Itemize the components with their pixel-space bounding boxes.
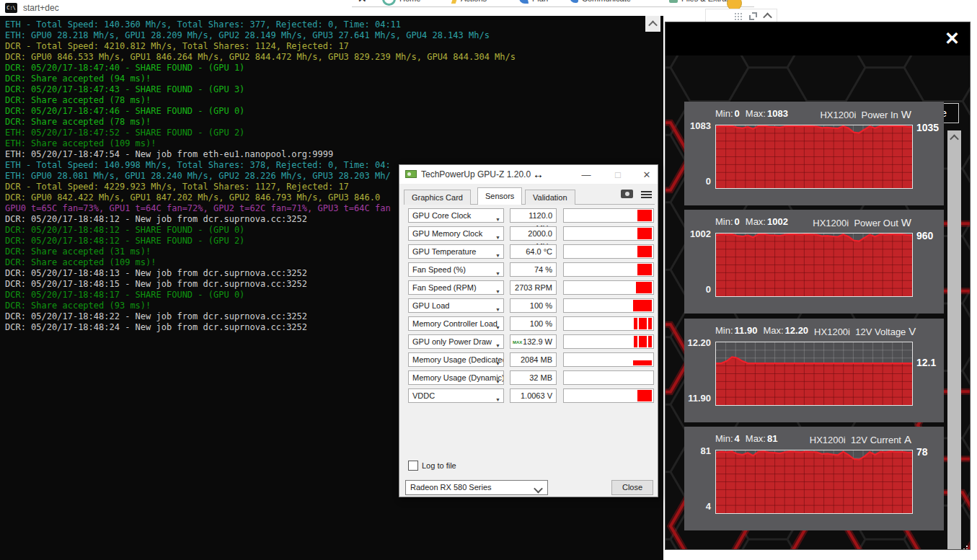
console-scroll-up-button[interactable] — [645, 16, 660, 32]
y-axis-min: 4 — [684, 501, 711, 512]
console-line: DCR - Total Speed: 4210.812 Mh/s, Total … — [5, 41, 516, 52]
resize-grip[interactable] — [966, 546, 968, 547]
console-line: ETH - Total Speed: 140.360 Mh/s, Total S… — [5, 19, 516, 30]
y-axis-max: 12.20 — [684, 337, 711, 348]
toolbar-item[interactable]: Plan — [519, 0, 548, 6]
gpuz-log-label: Log to file — [422, 461, 456, 470]
close-button[interactable]: ✕ — [642, 169, 652, 180]
sensor-row: Memory Usage (Dedicated)▼2084 MB — [407, 352, 655, 367]
gpuz-log-to-file[interactable]: Log to file — [408, 461, 456, 471]
psu-graph-card: Min:0Max:1083 HX1200i Power InW 1083 0 1… — [684, 102, 944, 205]
history-bar — [634, 336, 637, 347]
sensor-row: VDDC▼1.0063 V — [407, 388, 655, 403]
history-bar — [637, 264, 652, 275]
actions-icon — [451, 0, 459, 4]
console-line: ETH: Share accepted (109 ms)! — [5, 138, 516, 149]
chevron-up-icon[interactable] — [950, 135, 959, 144]
sensor-select[interactable]: Memory Usage (Dedicated)▼ — [408, 352, 504, 367]
sensor-row: Memory Controller Load▼100 % — [407, 316, 655, 331]
cmd-icon: C:\ — [5, 3, 17, 13]
close-icon[interactable]: ✕ — [945, 28, 960, 48]
sensor-history-graph — [563, 388, 654, 403]
maximize-button[interactable]: □ — [613, 169, 623, 180]
sensor-value: 132.9 WMAX — [510, 334, 557, 349]
sensor-value: 64.0 °C — [510, 244, 557, 259]
sensor-history-graph — [563, 226, 654, 241]
checkbox-icon[interactable] — [408, 461, 418, 471]
sensor-list: GPU Core Clock▼1120.0 MHzGPU Memory Cloc… — [407, 208, 655, 406]
scrollbar[interactable] — [947, 130, 961, 549]
y-axis-max: 81 — [684, 445, 711, 456]
y-axis-min: 0 — [684, 284, 711, 295]
tab-validation[interactable]: Validation — [525, 190, 575, 205]
console-line: ETH: GPU0 28.218 Mh/s, GPU1 28.209 Mh/s,… — [5, 30, 516, 41]
current-value: 1035 — [916, 122, 939, 133]
tab-sensors[interactable]: Sensors — [477, 187, 522, 205]
history-bar — [637, 390, 652, 401]
console-line: DCR: Share accepted (78 ms)! — [5, 95, 516, 106]
camera-icon[interactable] — [621, 190, 633, 198]
max-tag: MAX — [513, 336, 522, 349]
tab-graphics-card[interactable]: Graphics Card — [404, 190, 471, 205]
sensor-value: 2084 MB — [510, 352, 557, 367]
gpuz-close-button[interactable]: Close — [611, 480, 653, 495]
home-icon — [382, 0, 396, 6]
graph-header: Min:0Max:1083 HX1200i Power InW — [715, 108, 911, 120]
chevron-up-icon[interactable] — [763, 13, 772, 22]
gpu-select-dropdown[interactable]: Radeon RX 580 Series — [405, 480, 548, 495]
sensor-select[interactable]: GPU only Power Draw▼ — [408, 334, 504, 349]
sensor-select[interactable]: Memory Usage (Dynamic)▼ — [408, 370, 504, 385]
grid-icon[interactable] — [735, 13, 736, 14]
sensor-value: 2703 RPM — [510, 280, 557, 295]
toolbar-item[interactable]: Files & Extras — [669, 0, 730, 6]
expand-icon[interactable] — [749, 12, 757, 20]
toolbar-item[interactable]: Home — [382, 0, 420, 6]
y-axis-max: 1002 — [684, 228, 711, 239]
corsair-titlebar[interactable]: ✕ — [666, 22, 970, 56]
gpuz-titlebar[interactable]: TechPowerUp GPU-Z 1.20.0 ↔ — □ ✕ — [399, 165, 658, 184]
console-line: DCR: Share accepted (78 ms)! — [5, 117, 516, 128]
plan-icon — [519, 0, 529, 4]
sensor-select[interactable]: GPU Core Clock▼ — [408, 208, 504, 223]
toolbar-item[interactable]: Communicate — [570, 0, 631, 6]
graph-header: Min:4Max:81 HX1200i 12V CurrentA — [715, 433, 911, 445]
sensor-history-graph — [563, 280, 654, 295]
gpuz-window: TechPowerUp GPU-Z 1.20.0 ↔ — □ ✕ Graphic… — [399, 164, 658, 497]
dropdown-arrow-icon: ▼ — [495, 321, 500, 331]
min-label: Min: — [715, 216, 733, 227]
sensor-history-graph — [563, 298, 654, 313]
sensor-select[interactable]: GPU Load▼ — [408, 298, 504, 313]
max-label: Max: — [746, 433, 766, 444]
sensor-row: Fan Speed (%)▼74 % — [407, 262, 655, 277]
sensor-select[interactable]: Memory Controller Load▼ — [408, 316, 504, 331]
sensor-select[interactable]: GPU Temperature▼ — [408, 244, 504, 259]
sensor-select[interactable]: Fan Speed (%)▼ — [408, 262, 504, 277]
sensor-history-graph — [563, 316, 654, 331]
history-bar — [633, 300, 652, 311]
sensor-select[interactable]: GPU Memory Clock▼ — [408, 226, 504, 241]
sensor-value: 74 % — [510, 262, 557, 277]
sensor-value: 2000.0 MHz — [510, 226, 557, 241]
communicate-icon — [570, 0, 578, 3]
y-axis-min: 0 — [684, 176, 711, 187]
current-value: 78 — [916, 446, 928, 458]
resize-cursor-icon: ↔ — [533, 168, 544, 180]
close-icon[interactable]: ✕ — [358, 0, 367, 5]
sensor-select[interactable]: VDDC▼ — [408, 388, 504, 403]
sensor-value: 100 % — [510, 316, 557, 331]
dropdown-arrow-icon: ▼ — [495, 213, 500, 223]
y-axis-max: 1083 — [684, 120, 711, 131]
sensor-row: GPU Memory Clock▼2000.0 MHz — [407, 226, 655, 241]
dropdown-arrow-icon: ▼ — [495, 285, 500, 295]
current-value: 960 — [916, 230, 933, 241]
dropdown-arrow-icon: ▼ — [495, 357, 500, 367]
minimize-button[interactable]: — — [581, 169, 591, 180]
history-bar — [648, 318, 652, 329]
chevron-up-icon — [648, 20, 658, 30]
toolbar-item[interactable]: Actions — [453, 0, 487, 6]
sensor-select[interactable]: Fan Speed (RPM)▼ — [408, 280, 504, 295]
sensor-row: GPU only Power Draw▼132.9 WMAX — [407, 334, 655, 349]
sensor-row: GPU Core Clock▼1120.0 MHz — [407, 208, 655, 223]
menu-icon[interactable] — [641, 190, 652, 199]
history-bar — [636, 282, 652, 293]
